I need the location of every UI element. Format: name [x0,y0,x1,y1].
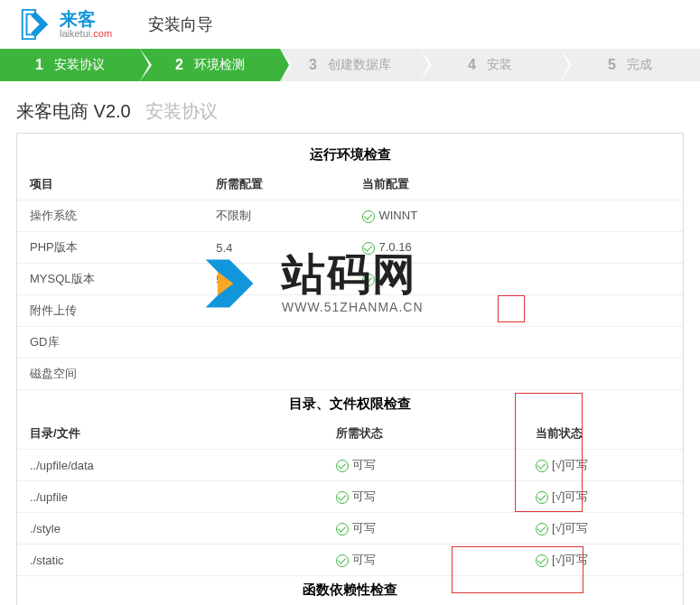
step-4[interactable]: 4安装 [420,49,560,81]
product-name: 来客电商 V2.0 [16,101,131,121]
table-row: ../upfile/data可写[√]可写 [17,450,683,481]
env-section-title: 运行环境检查 [17,141,683,169]
check-icon [536,491,548,504]
table-row: 操作系统不限制WINNT [17,200,683,232]
table-row: PHP版本5.47.0.16 [17,232,683,264]
logo-icon [18,7,52,42]
table-row: 磁盘空间 [17,358,683,390]
content-panel: 运行环境检查 项目 所需配置 当前配置 操作系统不限制WINNT PHP版本5.… [16,133,684,605]
step-2[interactable]: 2环境检测 [140,49,280,81]
logo: 来客 laiketui.com [18,7,112,42]
step-5[interactable]: 5完成 [560,49,700,81]
page-title: 来客电商 V2.0 安装协议 [0,81,700,133]
table-row: GD库 [17,327,683,358]
dir-section-title: 目录、文件权限检查 [17,390,683,418]
col-current: 当前配置 [350,169,683,200]
col-required: 所需配置 [203,169,350,200]
check-icon [536,523,548,535]
check-icon [362,210,375,223]
check-icon [336,491,349,504]
table-row: ../upfile可写[√]可写 [17,481,683,513]
check-icon [362,242,375,255]
check-icon [336,554,349,567]
page-subtitle: 安装协议 [145,101,218,121]
col-item: 项目 [17,169,203,200]
col-path: 目录/文件 [17,418,323,450]
env-table: 项目 所需配置 当前配置 操作系统不限制WINNT PHP版本5.47.0.16… [17,169,683,390]
logo-text-cn: 来客 [60,10,112,28]
header-title: 安装向导 [148,14,213,35]
table-row: 附件上传 [17,295,683,327]
col-req-state: 所需状态 [323,418,523,450]
check-icon [536,554,548,567]
check-icon [536,460,548,472]
col-cur-state: 当前状态 [523,418,683,450]
step-1[interactable]: 1安装协议 [0,49,140,81]
table-header-row: 目录/文件 所需状态 当前状态 [17,418,683,450]
table-row: ./static可写[√]可写 [17,544,683,576]
check-icon [362,274,375,286]
check-icon [336,523,349,535]
dir-table: 目录/文件 所需状态 当前状态 ../upfile/data可写[√]可写 ..… [17,418,683,576]
table-row: MYSQL版本5.5 [17,264,683,295]
step-3[interactable]: 3创建数据库 [280,49,420,81]
check-icon [336,460,349,472]
header: 来客 laiketui.com 安装向导 [0,0,700,49]
table-header-row: 项目 所需配置 当前配置 [17,169,683,200]
logo-text-en: laiketui.com [60,28,112,39]
func-section-title: 函数依赖性检查 [17,576,683,604]
table-row: ./style可写[√]可写 [17,513,683,544]
install-steps: 1安装协议 2环境检测 3创建数据库 4安装 5完成 [0,49,700,81]
